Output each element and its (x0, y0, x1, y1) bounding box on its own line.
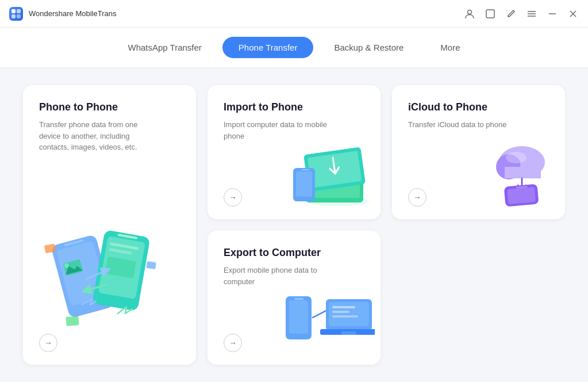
close-icon[interactable] (567, 8, 579, 20)
app-title: Wondershare MobileTrans (29, 9, 116, 18)
edit-icon[interactable] (505, 8, 517, 20)
svg-rect-2 (11, 14, 16, 18)
svg-rect-45 (294, 298, 303, 300)
title-bar: Wondershare MobileTrans (0, 0, 588, 28)
card-icloud-title: iCloud to Phone (408, 101, 549, 113)
card-phone-to-phone-title: Phone to Phone (39, 101, 180, 113)
card-phone-to-phone-arrow[interactable]: → (39, 334, 57, 352)
svg-point-39 (506, 152, 526, 163)
svg-rect-44 (289, 300, 308, 334)
main-content: Phone to Phone Transfer phone data from … (0, 68, 588, 382)
svg-rect-51 (332, 315, 358, 318)
card-icloud-arrow[interactable]: → (408, 188, 426, 207)
card-export-arrow[interactable]: → (224, 334, 242, 352)
export-illustration (283, 276, 375, 359)
card-icloud-desc: Transfer iCloud data to phone (408, 119, 512, 131)
svg-rect-25 (146, 261, 156, 269)
card-icloud-to-phone[interactable]: iCloud to Phone Transfer iCloud data to … (392, 85, 565, 219)
card-import-title: Import to Phone (224, 101, 364, 113)
phone-to-phone-illustration (40, 216, 167, 333)
tab-phone-transfer[interactable]: Phone Transfer (222, 37, 314, 58)
svg-rect-49 (332, 306, 355, 308)
svg-rect-33 (296, 171, 312, 197)
svg-rect-52 (341, 331, 356, 335)
minimize-icon[interactable] (547, 8, 558, 20)
card-import-to-phone[interactable]: Import to Phone Import computer data to … (207, 85, 381, 219)
svg-rect-26 (66, 316, 79, 326)
svg-rect-5 (486, 10, 494, 18)
import-illustration (289, 133, 375, 211)
svg-rect-38 (505, 167, 541, 178)
nav-bar: WhatsApp Transfer Phone Transfer Backup … (0, 28, 588, 68)
card-export-to-computer[interactable]: Export to Computer Export mobile phone d… (207, 231, 381, 365)
tab-whatsapp-transfer[interactable]: WhatsApp Transfer (112, 37, 217, 58)
svg-rect-3 (17, 14, 21, 18)
menu-icon[interactable] (526, 8, 537, 20)
app-icon (9, 7, 23, 21)
svg-rect-41 (507, 187, 536, 204)
tab-backup-restore[interactable]: Backup & Restore (318, 37, 420, 58)
svg-rect-50 (332, 311, 349, 313)
icloud-illustration (473, 133, 559, 211)
card-phone-to-phone-desc: Transfer phone data from one device to a… (39, 119, 143, 153)
title-bar-controls (464, 8, 579, 20)
window-icon[interactable] (485, 8, 496, 20)
user-icon[interactable] (464, 8, 475, 20)
card-export-title: Export to Computer (224, 247, 364, 259)
svg-rect-1 (17, 9, 21, 13)
svg-rect-0 (11, 9, 16, 13)
svg-rect-47 (329, 302, 369, 326)
card-import-arrow[interactable]: → (224, 188, 242, 207)
title-bar-left: Wondershare MobileTrans (9, 7, 116, 21)
svg-point-4 (468, 10, 472, 14)
card-phone-to-phone[interactable]: Phone to Phone Transfer phone data from … (23, 85, 196, 365)
tab-more[interactable]: More (424, 37, 476, 58)
svg-rect-34 (301, 169, 309, 170)
